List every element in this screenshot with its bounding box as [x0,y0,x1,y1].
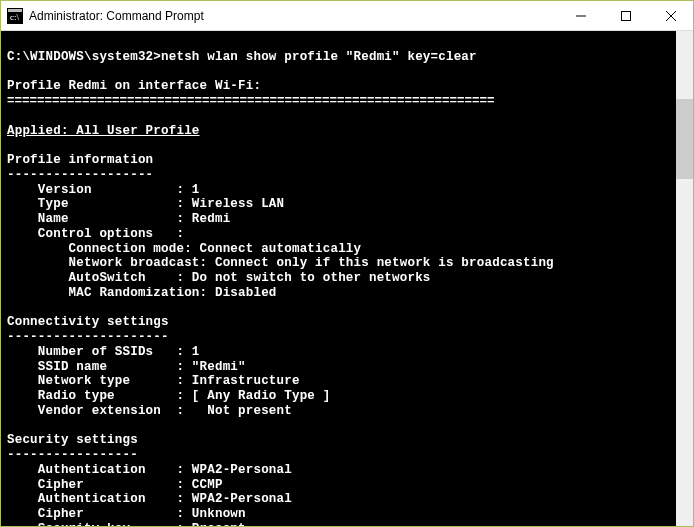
window-controls [558,1,693,30]
svg-text:c:\: c:\ [10,12,19,22]
svg-rect-4 [621,11,630,20]
terminal-text: C:\WINDOWS\system32>netsh wlan show prof… [7,50,687,527]
minimize-button[interactable] [558,1,603,30]
scrollbar[interactable] [676,31,693,527]
window-title: Administrator: Command Prompt [29,9,558,23]
maximize-button[interactable] [603,1,648,30]
terminal-output[interactable]: C:\WINDOWS\system32>netsh wlan show prof… [1,31,693,527]
scroll-thumb[interactable] [676,99,693,179]
window-titlebar: c:\ Administrator: Command Prompt [1,1,693,31]
cmd-icon: c:\ [7,8,23,24]
close-button[interactable] [648,1,693,30]
